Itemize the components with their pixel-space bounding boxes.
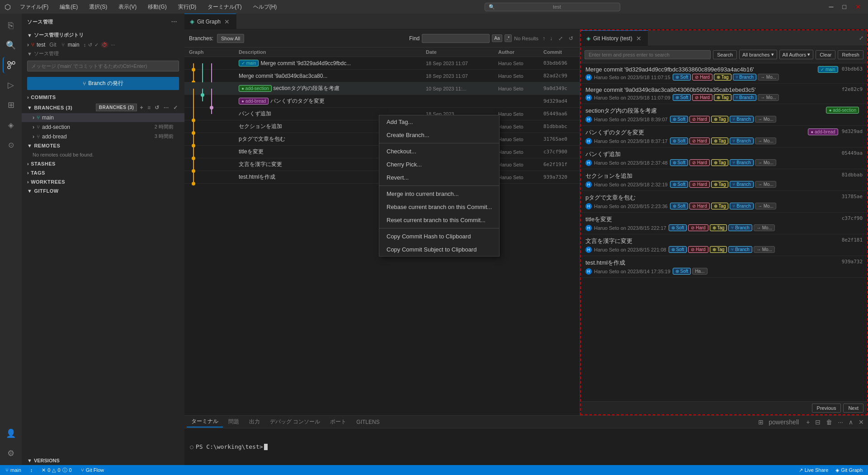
ctx-add-tag[interactable]: Add Tag... xyxy=(379,115,499,128)
activity-files[interactable]: ⎘ xyxy=(3,17,19,33)
activity-extensions[interactable]: ⊞ xyxy=(3,97,19,113)
ctx-reset[interactable]: Reset current branch to this Commit... xyxy=(379,214,499,227)
badge-branch-5[interactable]: ⑂ Branch xyxy=(730,159,753,166)
menu-edit[interactable]: 編集(E) xyxy=(57,2,80,12)
find-maximize-btn[interactable]: ⤢ xyxy=(557,34,565,43)
badge-more-4[interactable]: → Mo... xyxy=(755,138,776,144)
remotes-section-toggle[interactable]: ▼ REMOTES xyxy=(22,141,184,150)
source-control-repo-row[interactable]: › ⑂ test Git ⑂ main ↕ ↺ ✓ ⏱ ··· xyxy=(22,40,184,49)
branch-more-icon[interactable]: ··· xyxy=(162,104,170,111)
find-refresh-btn[interactable]: ↺ xyxy=(567,34,575,43)
next-btn[interactable]: Next xyxy=(843,404,863,413)
history-item[interactable]: test.htmlを作成 939a732 H Haruo Seto on 202… xyxy=(581,256,867,278)
show-all-btn[interactable]: Show All xyxy=(217,34,244,43)
more-terminal-icon[interactable]: ··· xyxy=(836,418,845,427)
status-git-graph-btn[interactable]: ◈ Git Graph xyxy=(834,467,864,473)
branches-section-toggle[interactable]: ▼ BRANCHES (3) Branches (3) + ≡ ↺ ··· ✓ xyxy=(22,102,184,113)
branch-check-icon[interactable]: ✓ xyxy=(172,104,179,111)
all-authors-dropdown[interactable]: All Authors ▾ xyxy=(779,50,814,59)
gitflow-section-toggle[interactable]: ▼ GITFLOW xyxy=(22,186,184,195)
badge-more-5[interactable]: → Mo... xyxy=(755,159,776,166)
worktrees-section-toggle[interactable]: › WORKTREES xyxy=(22,177,184,186)
git-history-refresh-btn[interactable]: Refresh xyxy=(838,50,863,59)
badge-hard-4[interactable]: ⊘ Hard xyxy=(689,138,709,144)
status-git-flow[interactable]: ⑂ Git Flow xyxy=(79,467,106,473)
history-item[interactable]: Merge commit '9a0d349c8ac3ca8043060b5092… xyxy=(581,84,867,104)
ctx-revert[interactable]: Revert... xyxy=(379,171,499,184)
ctx-create-branch[interactable]: Create Branch... xyxy=(379,128,499,142)
badge-branch-1[interactable]: ⑂ Branch xyxy=(733,74,756,81)
ctx-copy-hash[interactable]: Copy Commit Hash to Clipboard xyxy=(379,230,499,243)
split-terminal-icon[interactable]: ⊟ xyxy=(813,418,822,427)
menu-help[interactable]: ヘルプ(H) xyxy=(251,2,279,12)
table-row[interactable]: ✓ main Merge commit '9d329ad4d9cc9fbdc..… xyxy=(184,57,580,70)
badge-hard-1[interactable]: ⊘ Hard xyxy=(692,74,712,81)
badge-soft-10[interactable]: ⊛ Soft xyxy=(673,268,691,275)
sync-icon-small[interactable]: ↕ xyxy=(84,42,86,48)
history-item[interactable]: sectionタグ内の段落を考慮 ● add-section H Haruo S… xyxy=(581,104,867,126)
versions-section-toggle[interactable]: ▼ VERSIONS xyxy=(22,456,184,465)
badge-more-1[interactable]: → Mo... xyxy=(758,74,779,81)
history-item[interactable]: titleを変更 c37cf90 H Haruo Seto on 2023/8/… xyxy=(581,213,867,234)
badge-tag-6[interactable]: ⊕ Tag xyxy=(711,181,729,188)
table-row[interactable]: ● add-bread パンくずのタグを変更 9d329ad4 xyxy=(184,95,580,108)
badge-more-3[interactable]: → Mo... xyxy=(755,116,776,123)
history-item[interactable]: pタグで文章を包む 31785ae H Haruo Seto on 2023/8… xyxy=(581,191,867,213)
activity-source-control[interactable] xyxy=(3,57,19,73)
ctx-copy-subject[interactable]: Copy Commit Subject to Clipboard xyxy=(379,243,499,256)
history-item[interactable]: 文言を漢字に変更 8e2f181 H Haruo Seto on 2023/8/… xyxy=(581,234,867,256)
badge-soft-9[interactable]: ⊛ Soft xyxy=(669,246,687,253)
badge-hard-7[interactable]: ⊘ Hard xyxy=(689,203,709,209)
tags-section-toggle[interactable]: › TAGS xyxy=(22,168,184,177)
find-input[interactable] xyxy=(422,34,490,43)
badge-branch-7[interactable]: ⑂ Branch xyxy=(730,203,753,209)
maximize-btn[interactable]: □ xyxy=(840,2,849,11)
badge-more-6[interactable]: → Mo... xyxy=(755,181,776,188)
terminal-tab-terminal[interactable]: ターミナル xyxy=(187,416,223,428)
history-item[interactable]: パンくずのタグを変更 ● add-bread 9d329ad H Haruo S… xyxy=(581,126,867,147)
activity-gitgraph[interactable]: ◈ xyxy=(3,117,19,133)
check-icon-small[interactable]: ✓ xyxy=(94,42,99,48)
branch-list-icon[interactable]: ≡ xyxy=(146,104,152,111)
status-errors[interactable]: ✕ 0 △ 0 ⓘ 0 xyxy=(40,467,73,474)
status-live-share[interactable]: ↗ Live Share xyxy=(797,467,830,473)
menu-go[interactable]: 移動(G) xyxy=(146,2,169,12)
badge-soft-8[interactable]: ⊛ Soft xyxy=(669,224,687,231)
badge-soft-3[interactable]: ⊛ Soft xyxy=(670,116,689,123)
badge-tag-1[interactable]: ⊕ Tag xyxy=(714,74,731,81)
terminal-tab-gitlens[interactable]: GITLENS xyxy=(352,418,384,427)
badge-branch-9[interactable]: ⑂ Branch xyxy=(728,246,752,253)
sidebar-action-more[interactable]: ··· xyxy=(170,17,179,26)
branch-sync-icon[interactable]: ↺ xyxy=(153,104,161,111)
terminal-tab-ports[interactable]: ポート xyxy=(326,417,351,427)
all-branches-dropdown[interactable]: All branches ▾ xyxy=(739,50,777,59)
badge-tag-3[interactable]: ⊕ Tag xyxy=(711,116,729,123)
status-branch[interactable]: ⑂ main xyxy=(4,467,23,473)
sidebar-repo-header[interactable]: ▼ ソース管理リポジトリ xyxy=(22,30,184,40)
close-terminal-icon[interactable]: ✕ xyxy=(857,418,866,427)
badge-branch-2[interactable]: ⑂ Branch xyxy=(733,94,756,101)
branch-item-main[interactable]: › ⑂ main xyxy=(22,113,184,122)
menu-run[interactable]: 実行(D) xyxy=(176,2,199,12)
activity-search[interactable]: 🔍 xyxy=(3,37,19,53)
badge-more-7[interactable]: → Mo... xyxy=(755,203,776,209)
terminal-tab-problems[interactable]: 問題 xyxy=(224,417,244,427)
badge-branch-8[interactable]: ⑂ Branch xyxy=(728,224,752,231)
ctx-cherry-pick[interactable]: Cherry Pick... xyxy=(379,158,499,171)
branch-item-add-bread[interactable]: › ⑂ add-bread 3 時間前 xyxy=(22,132,184,141)
badge-hard-6[interactable]: ⊘ Hard xyxy=(689,181,709,188)
badge-branch-4[interactable]: ⑂ Branch xyxy=(730,138,753,144)
badge-branch-3[interactable]: ⑂ Branch xyxy=(730,116,753,123)
badge-hard-5[interactable]: ⊘ Hard xyxy=(689,159,709,166)
badge-soft-1[interactable]: ⊛ Soft xyxy=(673,74,691,81)
table-row[interactable]: Merge commit '9a0d349c8ac3ca80... 18 Sep… xyxy=(184,70,580,82)
badge-tag-8[interactable]: ⊕ Tag xyxy=(710,224,727,231)
ctx-checkout[interactable]: Checkout... xyxy=(379,145,499,158)
clock-icon-small[interactable]: ⏱ xyxy=(101,42,108,48)
git-history-search-btn[interactable]: Search xyxy=(713,50,737,59)
badge-soft-6[interactable]: ⊛ Soft xyxy=(670,181,689,188)
menu-select[interactable]: 選択(S) xyxy=(87,2,109,12)
badge-more-10[interactable]: Ha... xyxy=(692,268,707,275)
ctx-merge[interactable]: Merge into current branch... xyxy=(379,187,499,200)
title-bar-search[interactable]: 🔍 test xyxy=(485,3,620,11)
